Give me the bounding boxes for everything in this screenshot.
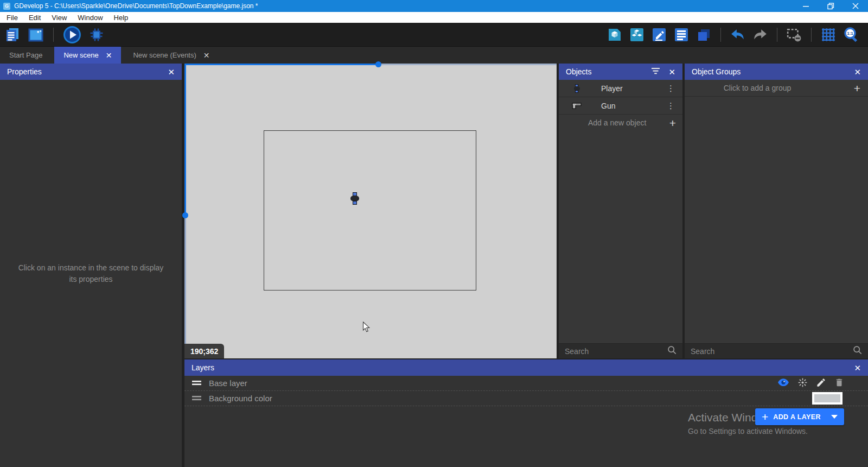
properties-panel-title: Properties	[7, 67, 42, 76]
cursor-coordinates-badge: 190;362	[184, 344, 224, 358]
plus-icon[interactable]: +	[669, 117, 676, 129]
layers-panel-title: Layers	[192, 363, 214, 372]
resize-handle-left[interactable]	[182, 212, 188, 218]
layer-effects-icon[interactable]	[797, 377, 808, 389]
object-menu-kebab-icon[interactable]: ⋮	[665, 84, 677, 93]
edit-properties-icon[interactable]	[652, 27, 667, 42]
tab-label: New scene (Events)	[133, 51, 196, 59]
object-groups-panel-title: Object Groups	[692, 67, 741, 76]
minimize-icon	[803, 3, 809, 9]
delete-layer-trash-icon[interactable]	[834, 377, 844, 389]
object-groups-panel-header: Object Groups ✕	[685, 64, 868, 80]
watermark-line2: Go to Settings to activate Windows.	[688, 427, 808, 436]
toolbar: 1:1	[0, 23, 868, 46]
objects-panel-icon[interactable]	[607, 27, 622, 42]
redo-icon[interactable]	[752, 28, 768, 41]
layer-row-background-color[interactable]: Background color	[184, 391, 868, 406]
layer-row-base[interactable]: Base layer	[184, 376, 868, 391]
close-button[interactable]	[843, 0, 868, 12]
plus-icon: +	[762, 411, 768, 422]
object-groups-panel-icon[interactable]	[629, 27, 644, 42]
close-icon[interactable]: ✕	[168, 68, 175, 76]
game-window-frame	[264, 130, 476, 291]
window-border-left	[184, 64, 186, 216]
groups-search-bar	[685, 343, 868, 358]
zoom-ratio-label: 1:1	[847, 31, 853, 36]
layers-panel-icon[interactable]	[696, 27, 711, 42]
tab-close-icon[interactable]: ✕	[106, 51, 112, 60]
tab-new-scene[interactable]: New scene ✕	[54, 47, 121, 64]
close-icon[interactable]: ✕	[854, 68, 861, 76]
groups-search-input[interactable]	[691, 347, 853, 356]
tab-new-scene-events[interactable]: New scene (Events) ✕	[124, 47, 219, 64]
object-groups-panel: Object Groups ✕ Click to add a group +	[685, 64, 868, 358]
instances-list-icon[interactable]	[674, 27, 689, 42]
objects-panel-title: Objects	[566, 67, 591, 76]
object-row-gun[interactable]: Gun ⋮	[559, 97, 682, 115]
object-row-player[interactable]: Player ⋮	[559, 80, 682, 97]
add-object-label: Add a new object	[588, 118, 646, 127]
plus-icon[interactable]: +	[854, 83, 860, 94]
add-layer-label: ADD A LAYER	[773, 413, 821, 421]
menu-window[interactable]: Window	[72, 14, 108, 22]
zoom-1-1-icon[interactable]: 1:1	[843, 27, 859, 43]
object-name: Gun	[601, 102, 615, 110]
drag-handle-icon[interactable]	[192, 378, 201, 388]
mouse-cursor	[362, 321, 371, 333]
close-icon[interactable]: ✕	[854, 364, 861, 372]
search-icon	[853, 345, 862, 357]
close-icon	[852, 3, 859, 9]
object-name: Player	[601, 84, 623, 93]
objects-panel-header: Objects ✕	[559, 64, 682, 80]
toolbar-separator	[777, 28, 777, 42]
add-layer-button[interactable]: + ADD A LAYER	[755, 408, 844, 425]
scene-canvas[interactable]: 190;362	[184, 64, 557, 358]
project-manager-icon[interactable]	[4, 27, 21, 43]
gun-object-icon	[570, 102, 584, 110]
layers-panel: Layers ✕ Base layer	[184, 359, 868, 467]
deselect-icon[interactable]	[787, 28, 802, 42]
menu-edit[interactable]: Edit	[23, 14, 46, 22]
close-icon[interactable]: ✕	[668, 68, 675, 76]
add-group-row[interactable]: Click to add a group +	[685, 80, 868, 97]
undo-icon[interactable]	[730, 28, 745, 41]
edit-layer-pencil-icon[interactable]	[816, 377, 826, 389]
layer-name: Background color	[209, 394, 272, 403]
properties-panel-header: Properties ✕	[0, 64, 182, 80]
add-group-label: Click to add a group	[724, 84, 792, 92]
objects-search-bar	[559, 343, 682, 358]
titlebar: G GDevelop 5 - C:\Users\Sparkle\OneDrive…	[0, 0, 868, 12]
menu-bar: File Edit View Window Help	[0, 12, 868, 23]
menu-file[interactable]: File	[1, 14, 23, 22]
properties-panel: Properties ✕ Click on an instance in the…	[0, 64, 182, 467]
resize-handle-top[interactable]	[375, 61, 381, 67]
player-instance[interactable]	[350, 192, 359, 205]
player-object-icon	[570, 84, 584, 93]
menu-view[interactable]: View	[46, 14, 72, 22]
tab-start-page[interactable]: Start Page	[0, 47, 52, 64]
toolbar-separator	[811, 28, 812, 42]
toolbar-separator	[53, 28, 54, 42]
minimize-button[interactable]	[793, 0, 818, 12]
debug-icon[interactable]	[88, 27, 105, 43]
dropdown-caret-icon[interactable]	[831, 415, 838, 419]
restore-button[interactable]	[818, 0, 843, 12]
window-border-left-dim	[184, 216, 186, 358]
properties-empty-message: Click on an instance in the scene to dis…	[0, 262, 182, 285]
toolbar-separator	[720, 28, 721, 42]
drag-handle-icon[interactable]	[192, 394, 201, 403]
gdevelop-window: G GDevelop 5 - C:\Users\Sparkle\OneDrive…	[0, 0, 868, 467]
scene-window-icon[interactable]	[28, 27, 44, 43]
background-color-swatch[interactable]	[812, 392, 843, 405]
filter-icon[interactable]	[652, 67, 660, 76]
object-menu-kebab-icon[interactable]: ⋮	[665, 101, 677, 111]
objects-search-input[interactable]	[565, 347, 667, 356]
add-object-row[interactable]: Add a new object +	[559, 115, 682, 131]
window-border-top	[184, 64, 379, 65]
visibility-eye-icon[interactable]	[777, 378, 789, 389]
tab-bar: Start Page New scene ✕ New scene (Events…	[0, 46, 868, 64]
play-preview-icon[interactable]	[63, 26, 81, 44]
tab-close-icon[interactable]: ✕	[203, 51, 210, 60]
grid-icon[interactable]	[821, 27, 836, 42]
menu-help[interactable]: Help	[108, 14, 134, 22]
